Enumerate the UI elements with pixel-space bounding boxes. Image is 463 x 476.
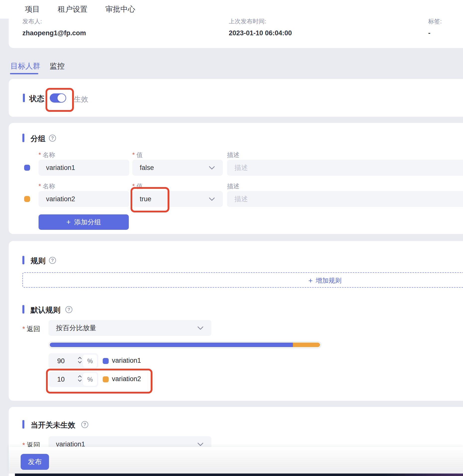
page: 发布人: zhaopeng1@fp.com 上次发布时间: 2023-01-10…: [0, 0, 463, 476]
add-group-button[interactable]: + 添加分组: [39, 214, 129, 230]
section-bar: [22, 256, 24, 264]
stepper-up-icon: [78, 375, 82, 378]
groups-card: 分组 ? *名称 *值 描述 false *名称 *值 描述 true: [9, 123, 463, 234]
section-bar: [22, 420, 24, 429]
nav-item-projects[interactable]: 项目: [25, 4, 40, 14]
percent-stepper[interactable]: [78, 357, 82, 363]
stepper-up-icon: [78, 357, 82, 359]
name-column-label: *名称: [39, 151, 55, 159]
question-mark-icon[interactable]: ?: [49, 135, 56, 142]
required-marker: *: [132, 183, 135, 190]
variation1-color-dot: [103, 358, 109, 364]
publisher-value: zhaopeng1@fp.com: [22, 29, 86, 37]
variation2-value-select[interactable]: true: [132, 191, 223, 207]
nav-item-tenant-settings[interactable]: 租户设置: [58, 4, 88, 14]
serve-mode-select[interactable]: 按百分比放量: [48, 320, 211, 336]
variation2-percent-field: %: [48, 372, 98, 387]
chevron-down-icon: [209, 195, 215, 203]
variation1-color-dot: [24, 165, 30, 171]
top-navbar: 项目 租户设置 审批中心: [0, 0, 463, 19]
rollout-segment-variation1: [50, 343, 293, 347]
tag-value: -: [428, 29, 430, 37]
status-card: 状态 生效: [9, 79, 463, 117]
variation2-rollout-label: variation2: [112, 375, 141, 383]
off-rule-section-title: 当开关未生效: [31, 420, 75, 430]
bottom-dark-bar: [15, 474, 463, 476]
active-tab-underline: [10, 73, 38, 74]
return-label: *返回: [22, 324, 40, 333]
variation1-desc-input[interactable]: [227, 160, 463, 176]
status-toggle[interactable]: [50, 93, 66, 103]
last-publish-value: 2023-01-10 06:04:00: [229, 29, 292, 37]
rollout-progress-bar: [48, 341, 321, 348]
stepper-down-icon: [78, 379, 82, 382]
rollout-segment-variation2: [293, 343, 320, 347]
variation1-value-text: false: [140, 164, 154, 172]
rules-card: 规则 ? + 增加规则 默认规则 ? *返回 按百分比放量: [9, 241, 463, 401]
add-rule-button[interactable]: + 增加规则: [308, 276, 342, 285]
publish-button[interactable]: 发布: [21, 454, 49, 470]
question-mark-icon[interactable]: ?: [65, 306, 72, 313]
section-bar: [23, 94, 25, 102]
required-marker: *: [39, 183, 41, 190]
plus-icon: +: [66, 218, 71, 226]
variation1-percent-field: %: [48, 353, 98, 369]
percent-stepper[interactable]: [78, 375, 82, 382]
status-section-title: 状态: [29, 94, 44, 104]
add-rule-dropzone[interactable]: [22, 272, 463, 288]
required-marker: *: [132, 151, 135, 158]
variation1-rollout-label: variation1: [112, 357, 141, 364]
default-rule-section-title: 默认规则: [31, 305, 60, 315]
variation2-color-dot: [24, 196, 30, 202]
variation2-percent-input[interactable]: [57, 372, 75, 387]
tab-monitoring[interactable]: 监控: [50, 61, 65, 71]
nav-item-approval-center[interactable]: 审批中心: [105, 4, 135, 14]
percent-suffix: %: [83, 373, 97, 386]
plus-icon: +: [308, 277, 313, 284]
variation2-name-input[interactable]: [39, 191, 129, 207]
desc-column-label: 描述: [227, 182, 239, 190]
tab-targeting[interactable]: 目标人群: [10, 61, 40, 71]
percent-suffix: %: [83, 355, 97, 367]
variation1-name-input[interactable]: [39, 160, 129, 176]
groups-section-title: 分组: [31, 134, 46, 144]
value-column-label: *值: [132, 182, 143, 190]
question-mark-icon[interactable]: ?: [49, 257, 56, 264]
rules-section-title: 规则: [31, 256, 46, 266]
name-column-label: *名称: [39, 182, 55, 190]
desc-column-label: 描述: [227, 151, 239, 159]
stepper-down-icon: [78, 361, 82, 363]
chevron-down-icon: [197, 324, 203, 332]
section-bar: [22, 134, 24, 142]
variation1-value-select[interactable]: false: [132, 160, 223, 176]
serve-mode-text: 按百分比放量: [56, 323, 96, 332]
variation1-percent-input[interactable]: [57, 353, 75, 369]
value-column-label: *值: [132, 151, 143, 159]
question-mark-icon[interactable]: ?: [81, 421, 88, 428]
chevron-down-icon: [209, 164, 215, 172]
toggle-knob: [57, 94, 66, 102]
status-state-text: 生效: [74, 94, 88, 104]
footer-bar: 发布: [9, 447, 463, 474]
variation2-value-text: true: [140, 195, 151, 203]
required-marker: *: [22, 325, 25, 333]
section-bar: [22, 305, 24, 314]
variation2-color-dot: [103, 376, 109, 382]
variation2-desc-input[interactable]: [227, 191, 463, 207]
required-marker: *: [39, 151, 41, 158]
